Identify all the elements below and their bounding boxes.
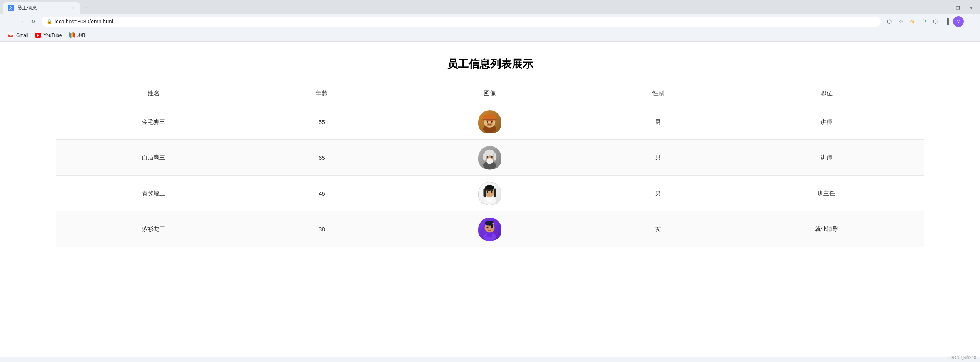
cell-avatar	[392, 176, 588, 211]
cell-name: 白眉鹰王	[56, 140, 251, 176]
maps-label: 地图	[77, 32, 87, 38]
shield-button[interactable]: 🛡	[918, 16, 929, 27]
table-row: 紫衫龙王 38	[56, 211, 924, 247]
svg-rect-10	[483, 119, 497, 120]
employee-table: 姓名 年龄 图像 性别 职位 金毛狮王 55	[56, 83, 924, 247]
cell-avatar	[392, 140, 588, 176]
svg-rect-17	[483, 153, 486, 160]
svg-marker-5	[69, 32, 71, 38]
bookmark-maps[interactable]: 地图	[66, 31, 90, 40]
youtube-label: YouTube	[43, 33, 62, 38]
cell-gender: 男	[588, 176, 729, 211]
svg-point-16	[485, 149, 495, 155]
svg-rect-20	[486, 155, 489, 156]
gmail-label: Gmail	[16, 33, 28, 38]
cell-position: 讲师	[728, 140, 924, 176]
new-tab-button[interactable]: +	[82, 3, 92, 13]
cell-position: 就业辅导	[728, 211, 924, 247]
svg-point-12	[491, 121, 493, 123]
cell-gender: 男	[588, 104, 729, 140]
svg-point-22	[487, 156, 489, 158]
svg-point-39	[491, 227, 493, 228]
avatar-image	[478, 110, 501, 133]
menu-button[interactable]: ⋮	[965, 16, 975, 27]
tab-favicon: 文	[8, 5, 14, 11]
forward-button[interactable]: →	[16, 16, 27, 27]
svg-rect-28	[494, 188, 496, 197]
window-controls: ─ ❐ ✕	[938, 3, 977, 13]
svg-point-23	[491, 156, 493, 158]
sidebar-button[interactable]: ▐	[942, 16, 952, 27]
avatar-image	[478, 218, 501, 241]
share-button[interactable]: ⬡	[884, 16, 895, 27]
avatar-image	[478, 146, 501, 169]
bookmark-gmail[interactable]: Gmail	[5, 31, 31, 40]
svg-marker-4	[71, 32, 73, 38]
page-footer: CSDN @晴240	[947, 355, 976, 360]
cell-age: 65	[252, 140, 392, 176]
footer-text: CSDN @晴240	[947, 355, 976, 360]
cell-gender: 女	[588, 211, 729, 247]
browser-tab[interactable]: 文 员工信息 ✕	[3, 2, 80, 14]
extension-pin-button[interactable]: ⊕	[907, 16, 918, 27]
avatar-image	[478, 182, 501, 205]
cell-position: 班主任	[728, 176, 924, 211]
address-bar[interactable]: 🔒 localhost:8080/emp.html	[42, 17, 881, 27]
page-title: 员工信息列表展示	[8, 57, 972, 71]
cell-position: 讲师	[728, 104, 924, 140]
svg-point-29	[486, 185, 494, 189]
close-button[interactable]: ✕	[965, 3, 977, 13]
maximize-button[interactable]: ❐	[952, 3, 964, 13]
bookmarks-bar: Gmail YouTube 地图	[0, 29, 980, 42]
maps-icon	[69, 32, 75, 38]
profile-button[interactable]: M	[953, 16, 964, 27]
tab-close-button[interactable]: ✕	[69, 5, 75, 11]
col-header-age: 年龄	[252, 83, 392, 104]
cell-age: 55	[252, 104, 392, 140]
browser-chrome: 文 员工信息 ✕ + ─ ❐ ✕ ← → ↻ 🔒 localhost:8080/…	[0, 0, 980, 42]
cell-name: 青翼蝠王	[56, 176, 251, 211]
cell-name: 金毛狮王	[56, 104, 251, 140]
table-row: 金毛狮王 55	[56, 104, 924, 140]
col-header-image: 图像	[392, 83, 588, 104]
browser-address-bar: ← → ↻ 🔒 localhost:8080/emp.html ⬡ ☆ ⊕ 🛡 …	[0, 14, 980, 29]
extensions-button[interactable]: ⬡	[930, 16, 941, 27]
page-content: 员工信息列表展示 姓名 年龄 图像 性别 职位 金毛狮王 55	[0, 42, 980, 357]
cell-avatar	[392, 211, 588, 247]
tab-title: 员工信息	[17, 5, 66, 12]
youtube-icon	[35, 32, 41, 38]
svg-point-37	[493, 223, 494, 224]
cell-avatar	[392, 104, 588, 140]
cell-gender: 男	[588, 140, 729, 176]
cell-name: 紫衫龙王	[56, 211, 251, 247]
col-header-gender: 性别	[588, 83, 729, 104]
back-button[interactable]: ←	[5, 16, 15, 27]
minimize-button[interactable]: ─	[938, 3, 951, 13]
svg-point-11	[487, 121, 489, 123]
cell-age: 38	[252, 211, 392, 247]
svg-point-38	[487, 227, 489, 228]
bookmark-button[interactable]: ☆	[895, 16, 906, 27]
table-header-row: 姓名 年龄 图像 性别 职位	[56, 83, 924, 104]
table-row: 白眉鹰王 65	[56, 140, 924, 176]
svg-rect-27	[484, 188, 486, 197]
browser-title-bar: 文 员工信息 ✕ + ─ ❐ ✕	[0, 0, 980, 14]
svg-point-31	[491, 191, 493, 193]
svg-rect-18	[494, 153, 496, 160]
gmail-icon	[8, 32, 14, 38]
table-row: 青翼蝠王 45	[56, 176, 924, 211]
address-text: localhost:8080/emp.html	[55, 18, 876, 25]
nav-buttons: ← → ↻	[5, 16, 38, 27]
svg-point-19	[487, 158, 493, 164]
col-header-name: 姓名	[56, 83, 251, 104]
reload-button[interactable]: ↻	[28, 16, 38, 27]
svg-rect-21	[491, 155, 494, 156]
svg-point-30	[487, 191, 489, 193]
lock-icon: 🔒	[47, 19, 52, 24]
browser-actions: ⬡ ☆ ⊕ 🛡 ⬡ ▐ M ⋮	[884, 16, 975, 27]
svg-marker-6	[73, 32, 75, 38]
bookmark-youtube[interactable]: YouTube	[32, 31, 65, 40]
cell-age: 45	[252, 176, 392, 211]
col-header-position: 职位	[728, 83, 924, 104]
